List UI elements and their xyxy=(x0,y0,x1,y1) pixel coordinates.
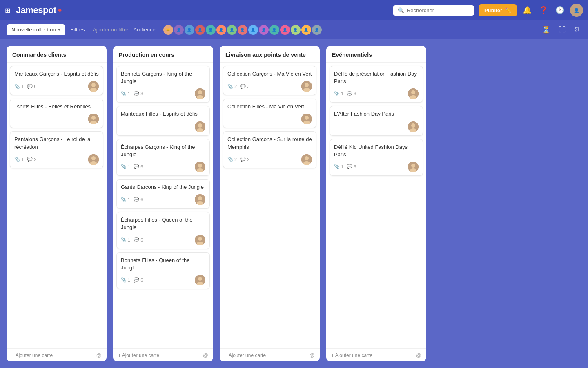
card-meta: 📎 1💬 6 xyxy=(121,275,205,285)
attachment-icon: 📎 xyxy=(227,157,233,162)
card-avatar xyxy=(301,114,312,124)
audience-avatar[interactable]: 👤 xyxy=(270,25,279,35)
audience-avatar[interactable]: 👤 xyxy=(216,25,226,35)
logo-dot: • xyxy=(58,4,62,16)
attachment-icon: 📎 xyxy=(121,277,127,283)
audience-avatar[interactable]: 👤 xyxy=(227,25,237,35)
audience-avatar[interactable]: 👤 xyxy=(248,25,258,35)
search-input[interactable] xyxy=(407,7,470,13)
card-c9[interactable]: Bonnets Filles - Queen of the Jungle📎 1💬… xyxy=(116,252,210,289)
card-c1[interactable]: Manteaux Garçons - Esprits et défis📎 1💬 … xyxy=(10,66,103,95)
audience-avatar[interactable]: 👤 xyxy=(195,25,205,35)
new-collection-button[interactable]: Nouvelle collection ▾ xyxy=(7,24,65,35)
audience-avatar[interactable]: 👤 xyxy=(301,25,311,35)
settings-icon[interactable]: ⚙ xyxy=(572,24,581,36)
attachment-stat: 📎 1 xyxy=(121,164,130,169)
at-mention-icon[interactable]: @ xyxy=(96,352,102,358)
notification-icon[interactable]: 🔔 xyxy=(521,4,533,16)
card-c10[interactable]: Collection Garçons - Ma Vie en Vert📎 2💬 … xyxy=(223,66,316,95)
card-avatar xyxy=(88,114,99,124)
card-title: Manteaux Filles - Esprits et défis xyxy=(121,110,205,118)
audience-avatar[interactable]: 👤 xyxy=(238,25,247,35)
audience-avatar[interactable]: 👤 xyxy=(291,25,301,35)
audience-avatar[interactable]: 🐱 xyxy=(163,25,173,35)
card-c6[interactable]: Écharpes Garçons - King of the Jungle📎 1… xyxy=(116,139,210,176)
comment-stat: 💬 2 xyxy=(27,157,36,162)
logo[interactable]: Jamespot• xyxy=(16,4,62,16)
expand-icon[interactable]: ⛶ xyxy=(557,24,567,36)
card-avatar xyxy=(88,81,99,92)
clock-icon[interactable]: 🕐 xyxy=(554,4,566,16)
card-avatar xyxy=(408,88,419,99)
add-card-button[interactable]: + Ajouter une carte xyxy=(225,352,266,358)
board: Commandes clientsManteaux Garçons - Espr… xyxy=(0,39,588,368)
card-title: L'After Fashion Day Paris xyxy=(334,110,419,118)
hourglass-icon[interactable]: ⏳ xyxy=(540,24,552,36)
card-c13[interactable]: Défilé de présentation Fashion Day Paris… xyxy=(330,66,423,103)
card-c14[interactable]: L'After Fashion Day Paris xyxy=(330,106,423,135)
add-card-button[interactable]: + Ajouter une carte xyxy=(331,352,372,358)
card-meta: 📎 2💬 3 xyxy=(227,81,312,92)
user-avatar[interactable]: 👤 xyxy=(570,4,583,17)
logo-text: Jamespot xyxy=(16,5,56,16)
at-mention-icon[interactable]: @ xyxy=(416,352,421,358)
audience-avatar[interactable]: 👤 xyxy=(206,25,216,35)
comment-icon: 💬 xyxy=(27,157,33,162)
card-title: Collection Garçons - Ma Vie en Vert xyxy=(227,70,312,78)
grid-icon[interactable]: ⊞ xyxy=(5,7,10,14)
card-c7[interactable]: Gants Garçons - King of the Jungle📎 1💬 6 xyxy=(116,179,210,209)
audience-avatar[interactable]: 👤 xyxy=(280,25,290,35)
comment-stat: 💬 6 xyxy=(134,237,143,242)
help-icon[interactable]: ❓ xyxy=(537,4,550,16)
at-mention-icon[interactable]: @ xyxy=(310,352,315,358)
audience-avatar[interactable]: 👤 xyxy=(185,25,194,35)
audience-avatar[interactable]: 👤 xyxy=(259,25,269,35)
card-c3[interactable]: Pantalons Garçons - Le roi de la récréat… xyxy=(10,131,103,168)
add-card-button[interactable]: + Ajouter une carte xyxy=(118,352,159,358)
card-stats: 📎 1💬 3 xyxy=(334,91,356,96)
card-avatar xyxy=(301,154,312,165)
attachment-icon: 📎 xyxy=(121,197,127,202)
column-header-col1: Commandes clients xyxy=(7,46,107,63)
comment-stat: 💬 6 xyxy=(134,197,143,202)
column-header-col2: Production en cours xyxy=(113,46,213,63)
search-box[interactable]: 🔍 xyxy=(393,5,474,16)
card-avatar xyxy=(301,81,312,92)
publish-label: Publier xyxy=(484,7,502,13)
search-icon: 🔍 xyxy=(398,7,404,13)
comment-stat: 💬 6 xyxy=(134,164,143,169)
add-card-button[interactable]: + Ajouter une carte xyxy=(11,352,53,358)
column-header-col4: Événementiels xyxy=(326,46,426,63)
svg-point-13 xyxy=(198,123,202,128)
attachment-icon: 📎 xyxy=(121,237,127,242)
card-meta: 📎 1💬 6 xyxy=(121,162,205,172)
card-c5[interactable]: Manteaux Filles - Esprits et défis xyxy=(116,106,210,135)
card-c8[interactable]: Écharpes Filles - Queen of the Jungle📎 1… xyxy=(116,212,210,249)
card-c4[interactable]: Bonnets Garçons - King of the Jungle📎 1💬… xyxy=(116,66,210,103)
audience-avatar[interactable]: 👤 xyxy=(312,25,322,35)
card-c12[interactable]: Collection Garçons - Sur la route de Mem… xyxy=(223,131,316,168)
column-col4: ÉvénementielsDéfilé de présentation Fash… xyxy=(326,46,426,361)
attachment-icon: 📎 xyxy=(334,164,340,169)
card-c11[interactable]: Collection Filles - Ma Vie en Vert xyxy=(223,99,316,128)
card-title: Bonnets Garçons - King of the Jungle xyxy=(121,70,205,85)
card-meta xyxy=(227,114,312,124)
publish-button[interactable]: Publier ✏️ xyxy=(479,4,517,16)
card-meta: 📎 2💬 2 xyxy=(227,154,312,165)
card-stats: 📎 1💬 6 xyxy=(121,164,143,169)
at-mention-icon[interactable]: @ xyxy=(203,352,208,358)
svg-point-31 xyxy=(305,116,309,120)
card-c15[interactable]: Défilé Kid United Fashion Days Paris📎 1💬… xyxy=(330,139,423,176)
card-stats: 📎 1💬 6 xyxy=(121,277,143,283)
card-stats: 📎 1💬 2 xyxy=(14,157,36,162)
card-meta: 📎 1💬 2 xyxy=(14,154,99,165)
attachment-icon: 📎 xyxy=(14,157,20,162)
card-c2[interactable]: Tshirts Filles - Belles et Rebelles xyxy=(10,99,103,128)
card-title: Défilé Kid United Fashion Days Paris xyxy=(334,144,419,158)
attachment-icon: 📎 xyxy=(227,84,233,89)
add-filter-button[interactable]: Ajouter un filtre xyxy=(93,27,128,33)
card-avatar xyxy=(408,121,419,132)
card-avatar xyxy=(408,162,419,172)
audience-avatar[interactable]: 👤 xyxy=(174,25,184,35)
card-stats: 📎 2💬 3 xyxy=(227,84,249,89)
